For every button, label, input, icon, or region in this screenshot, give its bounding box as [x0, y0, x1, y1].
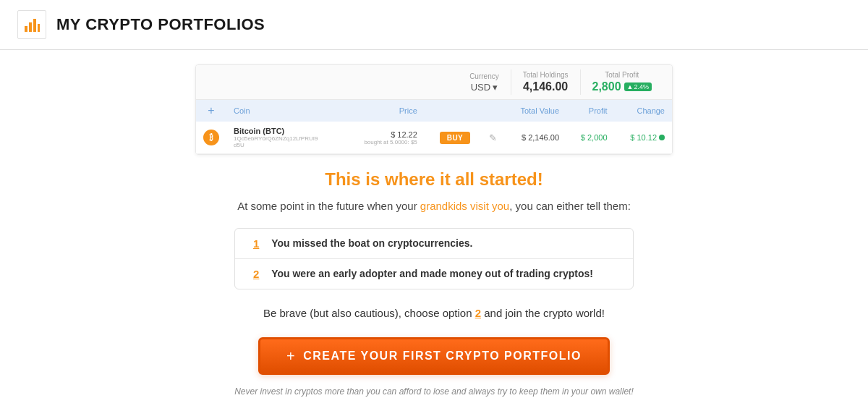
svg-rect-2 [33, 19, 36, 32]
change-cell: $ 10.12 [615, 122, 672, 154]
add-coin-header[interactable]: + [196, 100, 226, 122]
total-profit-label: Total Profit [605, 71, 639, 79]
options-box: 1 You missed the boat on cryptocurrencie… [234, 228, 634, 289]
profit-value: $ 2,000 [581, 133, 608, 142]
total-profit-row: 2,800 ▲ 2.4% [592, 80, 652, 93]
option-item-2: 2 You were an early adopter and made mon… [235, 258, 633, 289]
total-value-col-header: Total Value [504, 100, 566, 122]
svg-rect-1 [29, 22, 32, 32]
action-col-header [425, 100, 477, 122]
positive-indicator [659, 135, 665, 140]
table-header: + Coin Price Total Value Profit Change [196, 100, 672, 122]
main-content-area: Currency USD ▾ Total Holdings 4,146.00 T… [0, 50, 868, 414]
profit-pct: 2.4% [634, 83, 649, 90]
promo-headline: This is where it all started! [234, 169, 634, 190]
create-portfolio-button[interactable]: + CREATE YOUR FIRST CRYPTO PORTFOLIO [258, 337, 610, 375]
price-cell: $ 12.22 bought at 5.0000: $5 [345, 122, 425, 154]
coin-info-cell: Bitcoin (BTC) 1Qd5ebRY0rQ6ZNZq12LfPRUI9d… [226, 122, 345, 154]
persuasion-text: Be brave (but also cautious), choose opt… [234, 305, 634, 322]
total-holdings-value: 4,146.00 [523, 80, 568, 93]
total-value: $ 2,146.00 [522, 133, 559, 142]
row-select-cell: ₿ [196, 122, 226, 154]
price-col-header: Price [345, 100, 425, 122]
svg-rect-3 [38, 24, 40, 32]
disclaimer-text: Never invest in cryptos more than you ca… [234, 386, 634, 397]
btc-icon: ₿ [203, 130, 219, 145]
edit-cell[interactable]: ✎ [477, 122, 503, 154]
option-text-2: You were an early adopter and made money… [271, 268, 593, 279]
subtext-pre: At some point in the future when your [237, 200, 420, 212]
svg-rect-0 [25, 26, 27, 32]
buy-button[interactable]: BUY [440, 132, 471, 144]
total-holdings-label: Total Holdings [523, 71, 569, 79]
coin-info: Bitcoin (BTC) 1Qd5ebRY0rQ6ZNZq12LfPRUI9d… [234, 127, 338, 148]
currency-cell: Currency USD ▾ [458, 71, 511, 94]
table-body: ₿ Bitcoin (BTC) 1Qd5ebRY0rQ6ZNZq12LfPRUI… [196, 122, 672, 154]
option-item-1: 1 You missed the boat on cryptocurrencie… [235, 229, 633, 258]
edit-col-header [477, 100, 503, 122]
logo-container [17, 10, 46, 39]
profit-col-header: Profit [566, 100, 615, 122]
currency-value: USD [471, 82, 490, 93]
bought-at: bought at 5.0000: $5 [352, 139, 417, 145]
page-title: MY CRYPTO PORTFOLIOS [56, 15, 265, 34]
option-text-1: You missed the boat on cryptocurrencies. [271, 237, 472, 249]
price-value: $ 12.22 [352, 130, 417, 139]
total-value-cell: $ 2,146.00 [504, 122, 566, 154]
edit-icon[interactable]: ✎ [489, 132, 497, 143]
cta-plus-icon: + [286, 349, 296, 363]
up-arrow-icon: ▲ [627, 83, 634, 90]
portfolio-preview: Currency USD ▾ Total Holdings 4,146.00 T… [195, 64, 673, 155]
change-value: $ 10.12 [630, 133, 657, 142]
bold-post: and join the crypto world! [481, 307, 605, 319]
bar-chart-icon [23, 16, 41, 33]
currency-select[interactable]: USD ▾ [471, 82, 498, 93]
option-num-2: 2 [250, 268, 263, 280]
page-header: MY CRYPTO PORTFOLIOS [0, 0, 868, 50]
total-holdings-cell: Total Holdings 4,146.00 [511, 69, 580, 95]
subtext-post: , you can either tell them: [509, 200, 631, 212]
coin-name: Bitcoin (BTC) [234, 127, 320, 135]
buy-cell[interactable]: BUY [425, 122, 477, 154]
total-profit-cell: Total Profit 2,800 ▲ 2.4% [580, 69, 663, 95]
bold-pre: Be brave (but also cautious), choose opt… [263, 307, 475, 319]
subtext-highlight: grandkids visit you [420, 200, 509, 212]
bold-num: 2 [475, 307, 481, 319]
promo-content: This is where it all started! At some po… [234, 169, 634, 397]
stats-row: Currency USD ▾ Total Holdings 4,146.00 T… [196, 65, 672, 100]
portfolio-table: + Coin Price Total Value Profit Change ₿ [196, 100, 672, 154]
table-row: ₿ Bitcoin (BTC) 1Qd5ebRY0rQ6ZNZq12LfPRUI… [196, 122, 672, 154]
change-col-header: Change [615, 100, 672, 122]
coin-address: 1Qd5ebRY0rQ6ZNZq12LfPRUI9d5U [234, 135, 320, 148]
coin-col-header: Coin [226, 100, 345, 122]
profit-cell: $ 2,000 [566, 122, 615, 154]
option-num-1: 1 [250, 237, 263, 250]
coin-details: Bitcoin (BTC) 1Qd5ebRY0rQ6ZNZq12LfPRUI9d… [234, 127, 320, 148]
cta-label: CREATE YOUR FIRST CRYPTO PORTFOLIO [303, 350, 582, 363]
change-value-row: $ 10.12 [622, 133, 665, 142]
dropdown-arrow-icon: ▾ [493, 82, 498, 93]
promo-subtext: At some point in the future when your gr… [234, 198, 634, 215]
total-profit-value: 2,800 [592, 80, 621, 93]
currency-label: Currency [469, 72, 499, 80]
profit-badge: ▲ 2.4% [624, 82, 652, 91]
